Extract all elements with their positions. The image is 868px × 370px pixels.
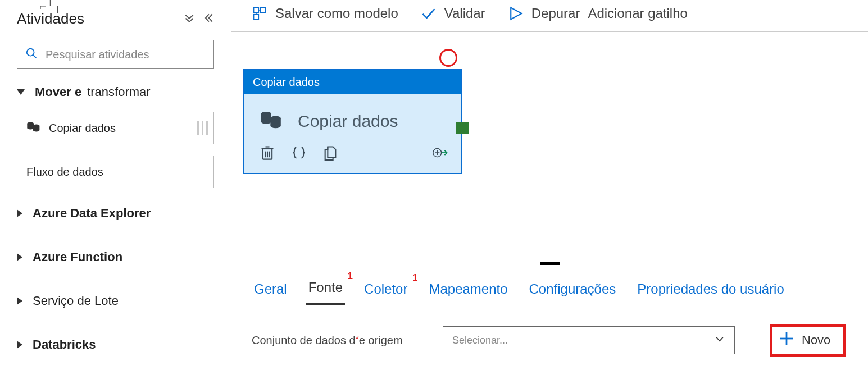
category-label-part1: Mover e	[35, 85, 81, 99]
drag-grip-icon	[197, 121, 208, 135]
tab-mapping[interactable]: Mapeamento	[426, 278, 510, 305]
tab-general[interactable]: Geral	[252, 278, 289, 305]
search-icon	[25, 47, 46, 62]
panel-resizer[interactable]	[231, 261, 868, 267]
tab-source-badge: 1	[348, 271, 353, 282]
category-azure-function[interactable]: Azure Function	[17, 250, 214, 264]
activity-item-data-flow[interactable]: Fluxo de dados	[17, 156, 214, 188]
save-as-template-label: Salvar como modelo	[275, 6, 398, 21]
database-pair-icon	[260, 109, 283, 134]
save-as-template-button[interactable]: Salvar como modelo	[252, 6, 398, 21]
pipeline-canvas[interactable]: Copiar dados Copiar dados	[231, 32, 868, 261]
activity-item-copy-data[interactable]: Copiar dados	[17, 112, 214, 144]
tab-sink[interactable]: Coletor 1	[362, 278, 410, 305]
add-trigger-button[interactable]: Adicionar gatilho	[588, 6, 687, 21]
expand-all-icon[interactable]	[184, 12, 195, 26]
main-pane: Salvar como modelo Validar Depurar Adici…	[231, 0, 868, 370]
pipeline-toolbar: Salvar como modelo Validar Depurar Adici…	[231, 0, 868, 32]
activities-sidebar: ⌐╵╷ Atividades	[0, 0, 231, 370]
source-dataset-row: Conjunto de dados d*e origem Selecionar.…	[231, 305, 868, 370]
tab-source[interactable]: Fonte 1	[306, 276, 345, 305]
validate-label: Validar	[444, 6, 485, 21]
svg-point-0	[27, 49, 34, 56]
category-databricks[interactable]: Databricks	[17, 337, 214, 352]
tab-settings[interactable]: Configurações	[527, 278, 619, 305]
annotation-ring-icon	[439, 49, 457, 67]
search-activities-input[interactable]	[46, 48, 206, 61]
svg-rect-6	[254, 15, 259, 20]
category-azure-data-explorer[interactable]: Azure Data Explorer	[17, 206, 214, 221]
select-placeholder: Selecionar...	[452, 335, 508, 346]
source-dataset-label: Conjunto de dados d*e origem	[252, 334, 420, 347]
svg-line-1	[33, 55, 37, 58]
copy-data-activity-node[interactable]: Copiar dados Copiar dados	[243, 69, 462, 174]
new-source-dataset-button[interactable]: Novo	[770, 324, 846, 357]
validate-button[interactable]: Validar	[421, 6, 485, 21]
activity-item-label: Copiar dados	[49, 122, 116, 135]
add-trigger-label: Adicionar gatilho	[588, 6, 687, 21]
activity-item-label: Fluxo de dados	[26, 166, 103, 179]
add-output-icon[interactable]	[433, 145, 448, 163]
activity-node-header: Copiar dados	[244, 70, 461, 94]
properties-panel: Geral Fonte 1 Coletor 1 Mapeamento Confi…	[231, 267, 868, 370]
category-move-transform[interactable]: Mover e transformar	[17, 85, 214, 99]
category-batch-service[interactable]: Serviço de Lote	[17, 294, 214, 308]
code-braces-icon[interactable]	[291, 145, 307, 163]
trash-icon[interactable]	[260, 145, 275, 163]
cursor-icon: ⌐╵╷	[39, 0, 61, 13]
new-label: Novo	[802, 333, 830, 348]
collapse-sidebar-icon[interactable]	[203, 12, 214, 26]
debug-button[interactable]: Depurar	[508, 6, 580, 21]
plus-icon	[778, 330, 795, 350]
output-handle[interactable]	[456, 122, 469, 134]
clone-icon[interactable]	[322, 145, 338, 163]
chevron-down-icon	[714, 334, 725, 348]
source-dataset-select[interactable]: Selecionar...	[443, 326, 735, 354]
svg-marker-9	[511, 8, 521, 20]
database-pair-icon	[26, 120, 41, 136]
debug-label: Depurar	[531, 6, 580, 21]
tab-sink-badge: 1	[412, 272, 417, 284]
category-label-part2: transformar	[87, 85, 150, 99]
svg-rect-4	[254, 8, 259, 13]
activity-node-title: Copiar dados	[298, 112, 398, 131]
svg-rect-5	[261, 8, 266, 13]
search-activities-input-wrap[interactable]	[17, 40, 214, 69]
properties-tabs: Geral Fonte 1 Coletor 1 Mapeamento Confi…	[231, 271, 868, 305]
tab-user-properties[interactable]: Propriedades do usuário	[635, 278, 787, 305]
